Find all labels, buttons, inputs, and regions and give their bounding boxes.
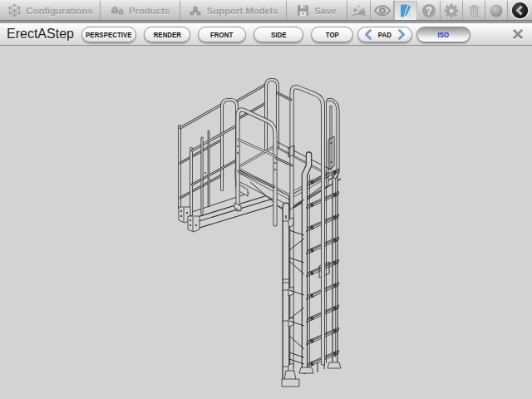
svg-text:?: ? xyxy=(426,5,432,17)
